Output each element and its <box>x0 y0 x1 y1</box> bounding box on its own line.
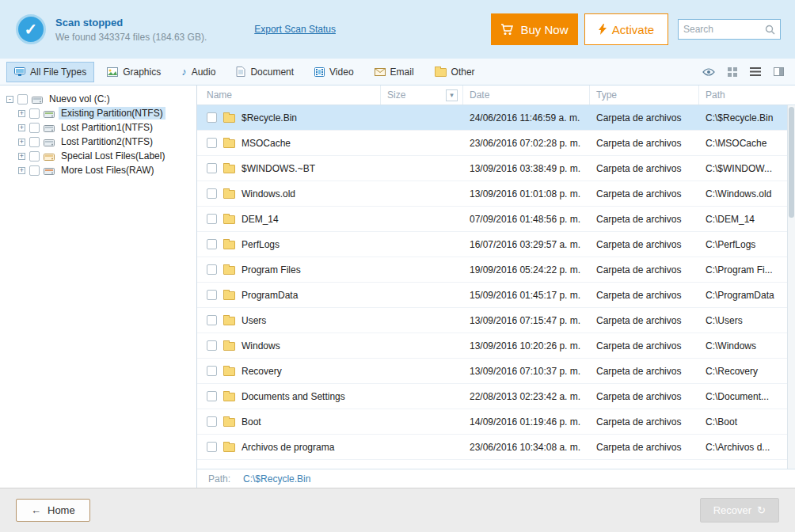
cell-date: 13/09/2016 10:20:26 p. m. <box>463 340 590 352</box>
partition-tree: - Nuevo vol (C:) + Existing Partition(NT… <box>0 86 197 488</box>
folder-icon <box>223 291 235 300</box>
tree-item-lost-partition2[interactable]: + Lost Partition2(NTFS) <box>18 135 196 149</box>
vertical-scrollbar[interactable] <box>787 105 795 469</box>
tab-graphics[interactable]: Graphics <box>99 62 169 82</box>
table-row[interactable]: Documents and Settings 22/08/2013 02:23:… <box>197 384 795 409</box>
row-checkbox[interactable] <box>207 391 217 401</box>
lightning-icon <box>599 24 607 35</box>
tree-root-nuevo-vol[interactable]: - Nuevo vol (C:) <box>6 92 196 106</box>
folder-icon <box>223 317 235 325</box>
tree-root-label[interactable]: Nuevo vol (C:) <box>47 93 112 105</box>
table-row[interactable]: Windows.old 13/09/2016 01:01:08 p. m. Ca… <box>197 181 795 207</box>
row-checkbox[interactable] <box>207 416 217 427</box>
row-checkbox[interactable] <box>207 239 217 249</box>
cell-type: Carpeta de archivos <box>590 340 699 352</box>
table-row[interactable]: Boot 14/09/2016 01:19:46 p. m. Carpeta d… <box>197 409 795 435</box>
cell-type: Carpeta de archivos <box>590 188 699 200</box>
tab-email[interactable]: Email <box>367 62 422 82</box>
list-view-icon[interactable] <box>750 67 761 76</box>
tree-root-checkbox[interactable] <box>17 94 28 104</box>
row-checkbox[interactable] <box>207 163 217 173</box>
table-row[interactable]: DEM_14 07/09/2016 01:48:56 p. m. Carpeta… <box>197 207 795 232</box>
column-header-date[interactable]: Date <box>463 86 590 104</box>
row-checkbox[interactable] <box>207 138 217 148</box>
tree-item-more-lost-files[interactable]: + More Lost Files(RAW) <box>18 163 196 177</box>
table-row[interactable]: $Recycle.Bin 24/06/2016 11:46:59 a. m. C… <box>197 105 795 131</box>
row-checkbox[interactable] <box>207 290 217 300</box>
search-icon[interactable] <box>765 25 775 35</box>
tree-item-label[interactable]: Existing Partition(NTFS) <box>59 107 165 120</box>
table-row[interactable]: MSOCache 23/06/2016 07:02:28 p. m. Carpe… <box>197 131 795 156</box>
tree-item-existing-partition[interactable]: + Existing Partition(NTFS) <box>18 106 196 120</box>
table-row[interactable]: Users 13/09/2016 07:15:47 p. m. Carpeta … <box>197 308 795 333</box>
expand-icon[interactable]: + <box>18 124 25 131</box>
expand-icon[interactable]: + <box>18 110 25 117</box>
scan-status-title: Scan stopped <box>55 17 207 28</box>
tree-item-checkbox[interactable] <box>29 165 40 176</box>
tab-video[interactable]: Video <box>306 62 361 82</box>
row-checkbox[interactable] <box>207 340 217 351</box>
row-checkbox[interactable] <box>207 442 217 452</box>
table-row[interactable]: Recovery 13/09/2016 07:10:37 p. m. Carpe… <box>197 359 795 384</box>
expand-icon[interactable]: + <box>18 153 25 160</box>
size-filter-dropdown[interactable]: ▾ <box>446 89 458 101</box>
activate-button[interactable]: Activate <box>584 13 668 45</box>
path-label: Path: <box>208 473 230 484</box>
tree-item-checkbox[interactable] <box>29 108 40 119</box>
partition-icon <box>44 124 55 132</box>
buy-now-button[interactable]: Buy Now <box>491 13 578 45</box>
tab-all-file-types[interactable]: All File Types <box>6 62 94 82</box>
home-button[interactable]: ← Home <box>16 499 90 522</box>
table-row[interactable]: PerfLogs 16/07/2016 03:29:57 a. m. Carpe… <box>197 232 795 257</box>
tree-item-checkbox[interactable] <box>29 137 40 147</box>
cell-name-text: $WINDOWS.~BT <box>242 163 315 174</box>
row-checkbox[interactable] <box>207 315 217 325</box>
table-row[interactable]: Program Files 19/09/2016 05:24:22 p. m. … <box>197 257 795 283</box>
cell-name-text: Windows <box>242 340 280 352</box>
partition-icon <box>44 109 55 118</box>
row-checkbox[interactable] <box>207 112 217 123</box>
column-header-type[interactable]: Type <box>590 86 699 104</box>
recover-button[interactable]: Recover ↻ <box>700 498 779 522</box>
file-table: Name Size ▾ Date Type Path <box>197 86 795 488</box>
tab-audio[interactable]: ♪ Audio <box>173 62 223 82</box>
tab-document[interactable]: Document <box>228 62 302 82</box>
cell-date: 16/07/2016 03:29:57 a. m. <box>463 239 590 250</box>
expand-icon[interactable]: + <box>18 139 25 146</box>
export-scan-status-link[interactable]: Export Scan Status <box>254 24 336 35</box>
row-checkbox[interactable] <box>207 188 217 199</box>
tree-item-label[interactable]: More Lost Files(RAW) <box>59 164 157 177</box>
tree-item-lost-partition1[interactable]: + Lost Partition1(NTFS) <box>18 120 196 135</box>
refresh-icon: ↻ <box>757 504 766 516</box>
tree-item-label[interactable]: Lost Partition2(NTFS) <box>59 135 155 148</box>
column-header-path[interactable]: Path <box>699 86 795 104</box>
row-checkbox[interactable] <box>207 264 217 275</box>
cell-name-text: MSOCache <box>242 138 291 149</box>
expand-icon[interactable]: + <box>18 167 25 174</box>
tree-item-label[interactable]: Lost Partition1(NTFS) <box>59 121 155 134</box>
table-row[interactable]: Archivos de programa 23/06/2016 10:34:08… <box>197 435 795 460</box>
table-row[interactable]: $WINDOWS.~BT 13/09/2016 03:38:49 p. m. C… <box>197 156 795 181</box>
detail-view-icon[interactable] <box>774 67 784 76</box>
search-input[interactable] <box>683 24 765 35</box>
tree-item-checkbox[interactable] <box>29 123 40 133</box>
tree-item-special-lost-files[interactable]: + Special Lost Files(Label) <box>18 149 196 163</box>
folder-icon <box>223 342 235 351</box>
cell-path: C:\$Recycle.Bin <box>699 112 795 124</box>
tab-label: Video <box>329 66 353 78</box>
tab-other[interactable]: Other <box>427 62 483 82</box>
table-row[interactable]: Windows 13/09/2016 10:20:26 p. m. Carpet… <box>197 333 795 359</box>
tree-item-checkbox[interactable] <box>29 151 40 162</box>
column-header-name[interactable]: Name <box>197 86 381 104</box>
column-header-size[interactable]: Size ▾ <box>381 86 463 104</box>
tree-item-label[interactable]: Special Lost Files(Label) <box>59 150 167 162</box>
preview-eye-icon[interactable] <box>702 68 715 76</box>
activate-label: Activate <box>612 23 654 36</box>
app-window: ✓ Scan stopped We found 343374 files (18… <box>0 0 795 532</box>
collapse-icon[interactable]: - <box>6 96 13 103</box>
row-checkbox[interactable] <box>207 214 217 224</box>
scrollbar-thumb[interactable] <box>789 107 794 218</box>
row-checkbox[interactable] <box>207 366 217 376</box>
thumbnail-view-icon[interactable] <box>728 67 737 77</box>
table-row[interactable]: ProgramData 15/09/2016 01:45:17 p. m. Ca… <box>197 283 795 308</box>
